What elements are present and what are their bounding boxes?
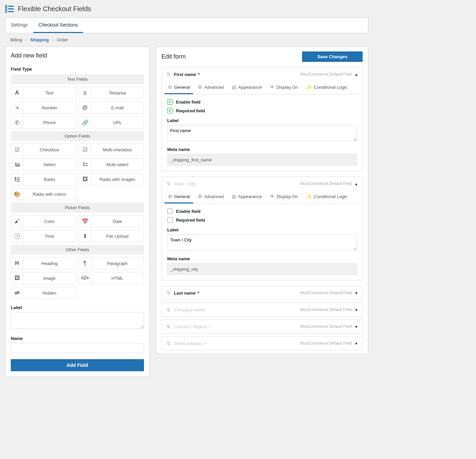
card-tab-general[interactable]: ⚙General xyxy=(164,81,193,94)
name-label: Name xyxy=(11,336,144,341)
card-tab-advanced[interactable]: ⚙Advanced xyxy=(194,81,227,94)
required-field-checkbox[interactable] xyxy=(167,108,173,113)
card-header[interactable]: ⇅ Last name * WooCommerce Default Field▾ xyxy=(162,286,362,300)
type-radio-images[interactable]: 🖼Radio with images xyxy=(79,173,144,185)
page-header: Flexible Checkout Fields xyxy=(5,0,368,17)
enable-field-label: Enable field xyxy=(176,100,200,105)
default-field-label: WooCommerce Default Field xyxy=(300,181,352,186)
textarea-icon: ≣ xyxy=(79,87,91,99)
type-color[interactable]: 🖌Color xyxy=(11,215,76,227)
tab-settings[interactable]: Settings xyxy=(5,18,33,33)
enable-field-checkbox[interactable] xyxy=(167,208,173,214)
drag-handle-icon[interactable]: ⇅ xyxy=(167,307,171,312)
add-field-button[interactable]: Add Field xyxy=(11,359,144,371)
chevron-down-icon[interactable]: ▾ xyxy=(355,324,358,329)
chevron-up-icon[interactable]: ▴ xyxy=(355,181,358,186)
chevron-down-icon[interactable]: ▾ xyxy=(355,307,358,312)
type-upload[interactable]: ⬆File Upload xyxy=(79,230,144,242)
card-tab-conditional[interactable]: ✨Conditional Logic xyxy=(303,81,351,94)
card-header[interactable]: ⇅ Street address * WooCommerce Default F… xyxy=(162,337,362,350)
type-multicheck[interactable]: ☑Multi-checkbox xyxy=(79,144,144,156)
type-image[interactable]: 🖼Image xyxy=(11,272,76,284)
multicheck-icon: ☑ xyxy=(79,144,91,155)
type-select[interactable]: Select xyxy=(11,158,76,170)
name-input[interactable] xyxy=(11,343,144,353)
subnav-billing[interactable]: Billing xyxy=(10,37,22,42)
drag-handle-icon[interactable]: ⇅ xyxy=(167,341,171,346)
card-tabs: ⚙General ⚙Advanced ▤Appearance 👁Display … xyxy=(162,190,362,204)
type-number[interactable]: ¹₉Number xyxy=(11,102,76,114)
drag-handle-icon[interactable]: ⇅ xyxy=(167,324,171,329)
text-icon: A xyxy=(11,87,23,99)
url-icon: 🔗 xyxy=(79,117,91,128)
card-tab-appearance[interactable]: ▤Appearance xyxy=(228,190,265,203)
type-paragraph[interactable]: ¶Paragraph xyxy=(79,257,144,269)
card-header[interactable]: ⇅ Company name WooCommerce Default Field… xyxy=(162,303,362,316)
upload-icon: ⬆ xyxy=(79,230,91,242)
type-phone[interactable]: ✆Phone xyxy=(11,116,76,128)
svg-point-8 xyxy=(15,179,16,180)
required-field-checkbox[interactable] xyxy=(167,217,173,223)
drag-handle-icon[interactable]: ⇅ xyxy=(167,72,171,77)
enable-field-label: Enable field xyxy=(176,209,200,214)
image-icon: 🖼 xyxy=(11,272,23,284)
tab-checkout-sections[interactable]: Checkout Sections xyxy=(33,18,83,33)
subnav-order[interactable]: Order xyxy=(57,37,68,42)
label-value-textarea[interactable] xyxy=(167,125,357,141)
html-icon: </> xyxy=(79,272,91,284)
type-radio[interactable]: Radio xyxy=(11,173,76,185)
type-email[interactable]: @E-mail xyxy=(79,102,144,114)
sub-nav: Billing Shipping Order xyxy=(5,33,368,46)
card-tab-advanced[interactable]: ⚙Advanced xyxy=(194,190,227,203)
card-tab-appearance[interactable]: ▤Appearance xyxy=(228,81,265,94)
appearance-icon: ▤ xyxy=(232,194,236,199)
card-title: First name * xyxy=(174,72,297,77)
card-tab-display-on[interactable]: 👁Display On xyxy=(266,190,301,203)
type-radio-colors[interactable]: 🎨Radio with colors xyxy=(11,188,76,200)
card-title: Town / City xyxy=(174,181,297,186)
card-header[interactable]: ⇅ Town / City WooCommerce Default Field … xyxy=(162,177,362,190)
group-picker-fields: Picker Fields xyxy=(11,203,144,213)
type-hidden[interactable]: Hidden xyxy=(11,287,76,299)
drag-handle-icon[interactable]: ⇅ xyxy=(167,181,171,186)
card-header[interactable]: ⇅ First name * WooCommerce Default Field… xyxy=(162,68,362,81)
card-tab-general[interactable]: ⚙General xyxy=(164,190,193,203)
label-value-textarea[interactable] xyxy=(167,234,357,251)
type-heading[interactable]: HHeading xyxy=(11,257,76,269)
type-date[interactable]: 📅Date xyxy=(79,215,144,227)
type-multiselect[interactable]: Multi-select xyxy=(79,158,144,170)
type-html[interactable]: </>HTML xyxy=(79,272,144,284)
type-time[interactable]: 🕐Time xyxy=(11,230,76,242)
card-header[interactable]: ⇅ Country / Region * WooCommerce Default… xyxy=(162,320,362,333)
subnav-shipping[interactable]: Shipping xyxy=(30,37,49,42)
chevron-up-icon[interactable]: ▴ xyxy=(355,72,358,77)
gear-icon: ⚙ xyxy=(168,194,172,199)
chevron-down-icon[interactable]: ▾ xyxy=(355,291,358,296)
svg-point-6 xyxy=(15,177,16,179)
card-title: Company name xyxy=(174,307,297,312)
date-icon: 📅 xyxy=(79,216,91,227)
card-tab-display-on[interactable]: 👁Display On xyxy=(266,81,301,94)
default-field-label: WooCommerce Default Field xyxy=(300,307,352,312)
radio-colors-icon: 🎨 xyxy=(11,188,23,200)
metaname-label: Meta name xyxy=(167,147,357,152)
label-textarea[interactable] xyxy=(11,312,144,329)
label-label: Label xyxy=(11,305,144,310)
label-field-label: Label xyxy=(167,227,357,232)
card-tab-conditional[interactable]: ✨Conditional Logic xyxy=(303,190,351,203)
default-field-label: WooCommerce Default Field xyxy=(300,324,352,329)
type-textarea[interactable]: ≣Textarea xyxy=(79,87,144,99)
page-title: Flexible Checkout Fields xyxy=(18,5,91,13)
group-option-fields: Option Fields xyxy=(11,131,144,141)
type-text[interactable]: AText xyxy=(11,87,76,99)
enable-field-checkbox[interactable] xyxy=(167,99,173,105)
chevron-down-icon[interactable]: ▾ xyxy=(355,341,358,346)
type-checkbox[interactable]: ☑Checkbox xyxy=(11,144,76,156)
metaname-input xyxy=(167,154,357,165)
drag-handle-icon[interactable]: ⇅ xyxy=(167,290,171,296)
type-url[interactable]: 🔗URL xyxy=(79,116,144,128)
save-changes-button[interactable]: Save Changes xyxy=(302,51,363,62)
card-title: Street address * xyxy=(174,341,297,346)
sliders-icon: ⚙ xyxy=(198,194,202,199)
dot-separator xyxy=(26,39,27,41)
